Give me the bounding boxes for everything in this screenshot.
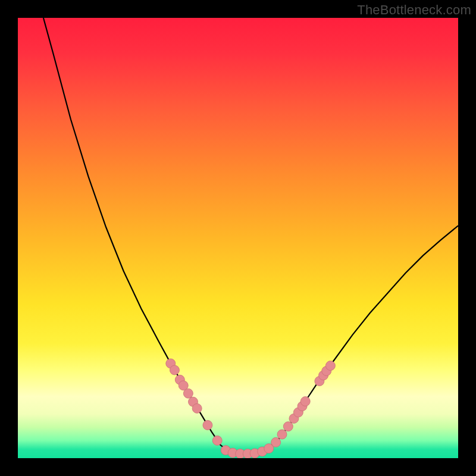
datapoint [325,361,335,371]
chart-svg [18,18,458,458]
datapoint [300,397,310,406]
datapoint [283,422,293,431]
datapoint [170,365,179,375]
datapoint [192,403,202,413]
datapoint [271,437,281,447]
datapoint [212,436,222,445]
chart-frame: TheBottleneck.com [0,0,476,476]
datapoint [183,389,193,398]
watermark-text: TheBottleneck.com [357,2,471,18]
bottleneck-curve [43,18,458,454]
plot-area [18,18,458,458]
datapoint [203,421,212,430]
datapoint [277,430,287,439]
datapoint-group [166,359,336,458]
